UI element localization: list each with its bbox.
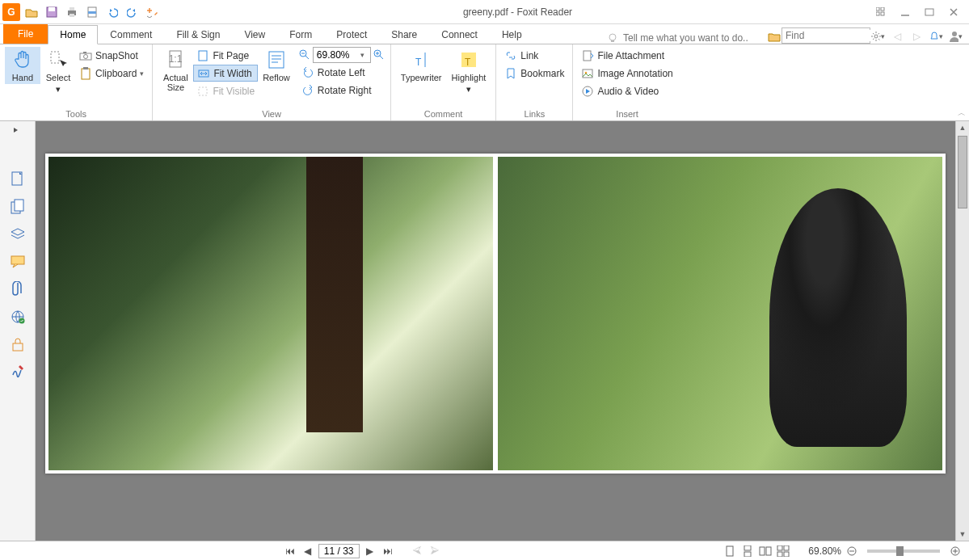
attachment-icon (581, 49, 594, 62)
rotate-left-label: Rotate Left (318, 67, 365, 78)
pages-icon[interactable] (8, 197, 27, 217)
tab-form[interactable]: Form (277, 24, 324, 44)
image-annotation-button[interactable]: Image Annotation (578, 65, 676, 82)
zoom-slider[interactable] (867, 549, 940, 553)
page-number-box[interactable]: 11 / 33 (318, 544, 360, 558)
clipboard-button[interactable]: Clipboard ▾ (76, 65, 147, 82)
settings-gear-icon[interactable]: ▾ (870, 29, 885, 44)
link-button[interactable]: Link (501, 47, 567, 64)
collapse-ribbon-icon[interactable]: ︿ (958, 107, 966, 119)
zoom-input[interactable] (317, 49, 360, 61)
svg-rect-22 (83, 52, 86, 53)
undo-icon[interactable] (103, 3, 121, 21)
nav-next-icon[interactable]: ▷ (909, 29, 924, 44)
tab-connect[interactable]: Connect (429, 24, 490, 44)
last-page-icon[interactable]: ⏭ (381, 545, 395, 558)
prev-page-icon[interactable]: ◀ (301, 545, 315, 558)
prev-view-icon[interactable]: ⮘ (410, 545, 424, 558)
tell-me-input[interactable] (623, 32, 760, 44)
panel-toggle-icon[interactable] (12, 126, 23, 137)
zoom-slider-knob[interactable] (896, 546, 904, 556)
redo-icon[interactable] (124, 3, 141, 21)
tab-help[interactable]: Help (490, 24, 534, 44)
file-attachment-button[interactable]: File Attachment (578, 47, 676, 64)
scroll-down-icon[interactable]: ▼ (956, 528, 969, 541)
svg-rect-12 (925, 9, 933, 15)
comments-panel-icon[interactable] (8, 252, 27, 272)
continuous-view-icon[interactable] (740, 545, 755, 558)
fit-page-button[interactable]: Fit Page (193, 47, 258, 64)
connected-icon[interactable] (8, 307, 27, 326)
svg-rect-23 (82, 69, 90, 79)
nav-prev-icon[interactable]: ◁ (890, 29, 904, 44)
print-icon[interactable] (63, 3, 81, 21)
fit-visible-label: Fit Visible (213, 86, 255, 97)
page-thumb-icon[interactable] (8, 170, 27, 189)
single-page-view-icon[interactable] (723, 545, 737, 558)
layers-icon[interactable] (8, 225, 27, 244)
attachments-panel-icon[interactable] (8, 280, 27, 299)
facing-view-icon[interactable] (758, 545, 773, 558)
user-icon[interactable]: ▾ (948, 29, 963, 44)
typewriter-button[interactable]: T Typewriter (396, 47, 447, 84)
chevron-down-icon: ▾ (466, 84, 471, 94)
svg-text:T: T (465, 57, 471, 68)
first-page-icon[interactable]: ⏮ (283, 545, 297, 558)
group-links: Link Bookmark Links (496, 44, 573, 120)
tab-view[interactable]: View (232, 24, 277, 44)
find-box[interactable] (782, 27, 870, 44)
open-icon[interactable] (23, 3, 40, 21)
zoom-out-status-icon[interactable] (845, 545, 859, 558)
fit-width-button[interactable]: Fit Width (193, 65, 258, 82)
scroll-up-icon[interactable]: ▲ (956, 121, 969, 134)
save-icon[interactable] (43, 3, 61, 21)
next-view-icon[interactable]: ⮚ (428, 545, 442, 558)
tab-share[interactable]: Share (379, 24, 429, 44)
signatures-icon[interactable] (8, 362, 27, 381)
select-tool-button[interactable]: Select ▾ (40, 47, 76, 95)
tab-fill-sign[interactable]: Fill & Sign (164, 24, 232, 44)
tab-comment[interactable]: Comment (98, 24, 164, 44)
ribbon-display-icon[interactable] (874, 5, 888, 19)
tool-dropdown-icon[interactable] (144, 3, 162, 21)
pdf-icon[interactable] (83, 3, 101, 21)
file-tab[interactable]: File (3, 24, 48, 44)
rotate-right-button[interactable]: Rotate Right (298, 82, 385, 99)
folder-search-icon[interactable] (767, 29, 782, 44)
app-icon[interactable]: G (2, 3, 20, 21)
document-viewport[interactable]: ▲ ▼ (36, 121, 969, 541)
close-icon[interactable] (946, 5, 961, 19)
scroll-thumb[interactable] (958, 136, 967, 208)
vertical-scrollbar[interactable]: ▲ ▼ (955, 121, 969, 541)
reflow-button[interactable]: Reflow (258, 47, 295, 84)
zoom-in-status-icon[interactable] (948, 545, 963, 558)
tab-home[interactable]: Home (48, 25, 98, 44)
fit-width-label: Fit Width (213, 68, 251, 79)
rotate-right-icon (301, 84, 314, 97)
minimize-icon[interactable] (898, 5, 912, 19)
hand-icon (11, 48, 34, 71)
chevron-down-icon[interactable]: ▾ (360, 51, 364, 59)
bell-icon[interactable]: ▾ (929, 29, 943, 44)
maximize-icon[interactable] (922, 5, 937, 19)
highlight-button[interactable]: T Highlight ▾ (447, 47, 491, 95)
rotate-left-button[interactable]: Rotate Left (298, 64, 385, 81)
navigation-panel (0, 121, 36, 541)
actual-size-button[interactable]: 1:1 Actual Size (158, 47, 193, 94)
tell-me-search[interactable] (607, 32, 767, 44)
hand-tool-button[interactable]: Hand (5, 47, 40, 84)
group-tools: Hand Select ▾ SnapShot Clipboard ▾ Tools (0, 44, 153, 120)
snapshot-button[interactable]: SnapShot (76, 47, 147, 64)
audio-video-button[interactable]: Audio & Video (578, 82, 676, 99)
next-page-icon[interactable]: ▶ (363, 545, 377, 558)
bookmark-button[interactable]: Bookmark (501, 65, 567, 82)
continuous-facing-view-icon[interactable] (776, 545, 790, 558)
zoom-combo[interactable]: ▾ (313, 47, 371, 63)
fit-visible-button[interactable]: Fit Visible (193, 82, 258, 99)
zoom-out-icon[interactable] (298, 48, 311, 61)
fit-page-label: Fit Page (213, 50, 249, 61)
window-title: greeny.pdf - Foxit Reader (162, 6, 874, 18)
tab-protect[interactable]: Protect (324, 24, 379, 44)
zoom-in-icon[interactable] (373, 48, 385, 61)
security-icon[interactable] (8, 335, 27, 354)
